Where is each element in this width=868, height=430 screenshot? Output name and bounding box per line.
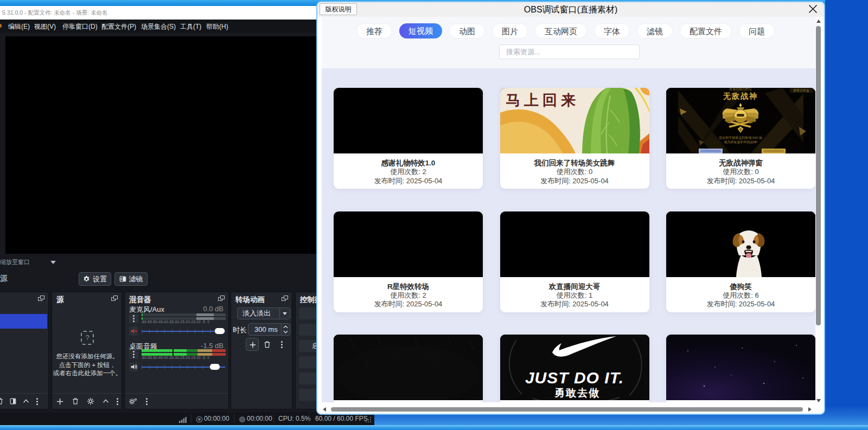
svg-text:无敌战神: 无敌战神: [723, 92, 758, 100]
svg-text:勇敢去做: 勇敢去做: [554, 387, 600, 399]
svg-text:马上回来: 马上回来: [506, 92, 579, 108]
svg-text:您在和平精英达到各项 500 场: 您在和平精英达到各项 500 场: [718, 136, 762, 140]
svg-text:赛事总奖金: 赛事总奖金: [793, 88, 809, 92]
svg-text:JUST DO IT.: JUST DO IT.: [525, 369, 623, 387]
svg-text:成为所有选手中的战神!: 成为所有选手中的战神!: [724, 140, 757, 144]
